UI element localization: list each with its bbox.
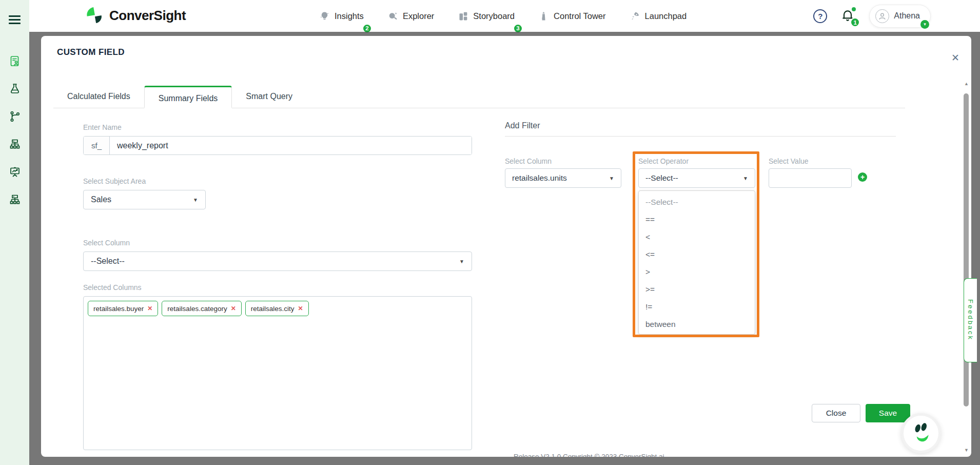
notification-count-badge: 1 — [850, 17, 860, 27]
operator-option[interactable]: != — [639, 298, 755, 316]
summary-fields-form: Enter Name sf_ Select Subject Area Sales… — [83, 123, 472, 450]
feedback-tab-label: Feedback — [967, 299, 974, 341]
custom-field-modal: CUSTOM FIELD ✕ Calculated Fields Summary… — [41, 36, 971, 457]
nav-item-storyboard[interactable]: Storyboard 3 — [458, 11, 515, 22]
caret-down-icon: ▼ — [743, 176, 748, 181]
modal-title: CUSTOM FIELD — [57, 47, 125, 57]
help-glyph: ? — [818, 12, 822, 21]
control-tower-icon — [538, 11, 549, 22]
operator-option[interactable]: >= — [639, 281, 755, 298]
modal-close-icon[interactable]: ✕ — [948, 50, 963, 65]
brand-name: ConverSight — [109, 8, 186, 24]
filter-column-select[interactable]: retailsales.units ▼ — [505, 168, 621, 188]
nav-label: Insights — [335, 11, 364, 21]
nav-item-explorer[interactable]: Explorer — [387, 11, 434, 22]
subject-area-select[interactable]: Sales ▼ — [83, 190, 206, 209]
operator-option[interactable]: <= — [639, 246, 755, 263]
launchpad-rocket-icon — [630, 11, 640, 22]
avatar — [875, 9, 889, 23]
nav-item-control-tower[interactable]: Control Tower — [538, 11, 606, 22]
selected-column-chip: retailsales.category ✕ — [162, 301, 241, 316]
subject-area-value: Sales — [91, 195, 111, 204]
caret-down-icon: ▼ — [459, 259, 464, 264]
presentation-chart-icon[interactable] — [9, 166, 21, 178]
operator-option[interactable]: between — [639, 316, 755, 333]
nav-item-insights[interactable]: Insights 2 — [319, 11, 364, 22]
nav-label: Explorer — [403, 11, 434, 21]
nav-label: Control Tower — [554, 11, 606, 21]
storyboard-layout-icon — [458, 11, 468, 22]
tab-summary-fields[interactable]: Summary Fields — [144, 86, 232, 108]
scroll-down-icon[interactable]: ▼ — [963, 448, 970, 453]
operator-option[interactable]: --Select-- — [639, 193, 755, 211]
filter-column-label: Select Column — [505, 157, 552, 165]
sitemap-icon[interactable] — [9, 138, 21, 150]
notification-dot — [852, 7, 856, 11]
close-button[interactable]: Close — [812, 404, 860, 422]
insights-bulb-icon — [319, 11, 330, 22]
operator-option[interactable]: == — [639, 211, 755, 228]
profile-name: Athena — [894, 11, 920, 21]
tab-smart-query[interactable]: Smart Query — [232, 85, 306, 108]
tab-calculated-fields[interactable]: Calculated Fields — [53, 85, 144, 108]
athena-chat-bubble[interactable] — [901, 413, 941, 453]
filter-operator-select[interactable]: --Select-- ▼ — [638, 168, 755, 188]
name-input[interactable] — [110, 137, 472, 154]
chevron-down-icon: ▾ — [920, 20, 929, 29]
add-filter-divider — [505, 136, 896, 137]
git-branch-icon[interactable] — [9, 110, 21, 123]
chip-remove-icon[interactable]: ✕ — [231, 305, 236, 312]
conversight-logo-mark — [84, 5, 104, 26]
notifications-button[interactable]: 1 — [840, 8, 856, 24]
conversight-logo[interactable]: ConverSight — [84, 5, 186, 26]
filter-value-label: Select Value — [769, 157, 809, 165]
flask-icon[interactable] — [9, 83, 21, 95]
filter-column-value: retailsales.units — [512, 173, 567, 183]
add-filter-plus-icon[interactable]: + — [858, 172, 867, 182]
feedback-tab[interactable]: Feedback — [964, 278, 977, 362]
caret-down-icon: ▼ — [609, 176, 614, 181]
conversight-mark-icon — [910, 422, 932, 444]
report-user-icon[interactable] — [9, 55, 21, 67]
topbar-right-cluster: ? 1 Athena ▾ — [813, 4, 931, 28]
selected-column-chip: retailsales.city ✕ — [245, 301, 309, 316]
nav-item-launchpad[interactable]: Launchpad — [630, 11, 687, 22]
subject-area-label: Select Subject Area — [83, 177, 472, 185]
add-filter-header: Add Filter — [505, 121, 540, 130]
chip-label: retailsales.city — [251, 305, 295, 313]
nav-label: Storyboard — [473, 11, 515, 21]
enter-name-label: Enter Name — [83, 123, 472, 131]
filter-operator-value: --Select-- — [645, 173, 678, 183]
explorer-search-icon — [387, 11, 398, 22]
operator-option[interactable]: > — [639, 263, 755, 281]
person-icon — [878, 12, 887, 21]
selected-column-chip: retailsales.buyer ✕ — [88, 301, 158, 316]
hamburger-menu-icon[interactable] — [9, 13, 21, 26]
column-select-value: --Select-- — [91, 257, 125, 266]
chip-remove-icon[interactable]: ✕ — [298, 305, 303, 312]
sitemap-icon-2[interactable] — [9, 193, 21, 206]
filter-value-input[interactable] — [769, 168, 852, 188]
main-nav: Insights 2 Explorer Storyboard 3 — [319, 0, 687, 32]
modal-scrollbar[interactable]: ▲ ▼ — [963, 81, 970, 453]
name-input-group: sf_ — [83, 136, 472, 155]
column-select[interactable]: --Select-- ▼ — [83, 251, 472, 271]
save-button[interactable]: Save — [866, 404, 910, 422]
chip-label: retailsales.buyer — [93, 305, 144, 313]
nav-label: Launchpad — [645, 11, 687, 21]
select-column-label: Select Column — [83, 239, 472, 247]
left-sidebar — [0, 0, 29, 465]
operator-option[interactable]: < — [639, 228, 755, 246]
selected-columns-box: retailsales.buyer ✕ retailsales.category… — [83, 296, 472, 450]
help-button[interactable]: ? — [813, 9, 827, 23]
scroll-up-icon[interactable]: ▲ — [963, 81, 970, 86]
name-prefix: sf_ — [84, 137, 110, 154]
filter-operator-label: Select Operator — [638, 157, 689, 165]
caret-down-icon: ▼ — [193, 197, 198, 203]
selected-columns-label: Selected Columns — [83, 283, 472, 292]
operator-dropdown-menu: --Select-- == < <= > >= != between — [638, 190, 755, 335]
profile-menu-button[interactable]: Athena ▾ — [869, 5, 931, 28]
top-navigation-bar: ConverSight Insights 2 Explorer — [29, 0, 980, 32]
release-footer: Release V2.1.0 Copyright © 2023 ConverSi… — [514, 453, 666, 457]
chip-remove-icon[interactable]: ✕ — [147, 305, 152, 312]
